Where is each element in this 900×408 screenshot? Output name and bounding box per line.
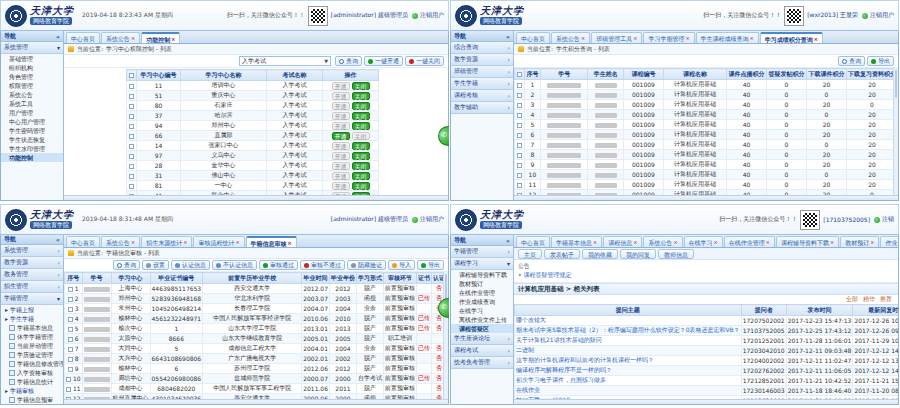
- vertical-scrollbar[interactable]: [893, 68, 898, 195]
- toolbar-button-导入[interactable]: 导入: [388, 260, 415, 270]
- sidebar-item-离线作业文件上传[interactable]: 离线作业文件上传: [451, 315, 513, 324]
- row-checkbox[interactable]: [129, 164, 134, 169]
- announcement-link[interactable]: • 课程答疑管理规定: [518, 271, 894, 280]
- tab-中心首页[interactable]: 中心首页: [516, 236, 550, 247]
- sidebar-item-学籍基本信息[interactable]: 学籍基本信息: [1, 323, 63, 332]
- cell-link[interactable]: 这学期的计算机课程和以前考的计算机课程一样吗？: [516, 356, 654, 363]
- row-checkbox[interactable]: [517, 93, 522, 98]
- tab-招生来源统计[interactable]: 招生来源统计×: [141, 236, 192, 247]
- sidebar-section-系统管理[interactable]: 系统管理▾: [1, 42, 63, 54]
- sidebar-section-学籍管理[interactable]: 学籍管理›: [451, 246, 513, 258]
- row-checkbox[interactable]: [517, 143, 522, 148]
- toolbar-button-审核通过[interactable]: 审核通过: [259, 260, 298, 270]
- sidebar-item-学籍信息预审[interactable]: 学籍信息预审: [1, 395, 63, 404]
- tab-中心首页[interactable]: 中心首页: [66, 32, 100, 43]
- tab-close-icon[interactable]: ×: [593, 239, 597, 245]
- row-checkbox[interactable]: [517, 133, 522, 138]
- sidebar-title[interactable]: 导航«: [1, 235, 63, 245]
- sidebar-item-学籍信息统计[interactable]: 学籍信息统计: [1, 377, 63, 386]
- open-button[interactable]: 开通: [332, 112, 350, 120]
- row-checkbox[interactable]: [129, 104, 134, 109]
- sidebar-item-基础管理[interactable]: 基础管理: [1, 54, 63, 63]
- row-checkbox[interactable]: [517, 103, 522, 108]
- toolbar-button-认证信息[interactable]: 认证信息: [171, 260, 210, 270]
- tab-close-icon[interactable]: ×: [131, 35, 135, 41]
- open-button[interactable]: 开通: [332, 142, 350, 150]
- close-button[interactable]: 关闭: [352, 102, 370, 110]
- sidebar-item-学籍审核[interactable]: ▸ 学籍审核: [1, 386, 63, 395]
- tab-中心首页[interactable]: 中心首页: [66, 236, 100, 247]
- row-checkbox[interactable]: [129, 114, 134, 119]
- sidebar-item-权限管理[interactable]: 权限管理: [1, 81, 63, 90]
- row-checkbox[interactable]: [517, 113, 522, 118]
- sidebar-item-学历验证管理[interactable]: 学历验证管理: [1, 350, 63, 359]
- sidebar-item-学生状态恢复[interactable]: 学生状态恢复: [1, 135, 63, 144]
- forum-subnav-教师信息[interactable]: 教师信息: [658, 249, 694, 259]
- row-checkbox[interactable]: [129, 84, 134, 89]
- open-button[interactable]: 开通: [332, 132, 350, 140]
- tab-系统公告[interactable]: 系统公告×: [551, 32, 590, 43]
- tab-close-icon[interactable]: ×: [870, 239, 874, 245]
- cell-link[interactable]: 期末考试中第5章技术基础（2）：程序编写题用什么软件设定？0表格还是宏和VB？: [516, 326, 740, 333]
- sidebar-item-课程辅导资料下载[interactable]: 课程辅导资料下载: [451, 270, 513, 279]
- sidebar-section-教学资源[interactable]: 教学资源›: [451, 54, 513, 66]
- forum-subnav-发表帖子[interactable]: 发表帖子: [544, 249, 580, 259]
- sidebar-title[interactable]: 导航«: [1, 31, 63, 42]
- forum-subnav-主页[interactable]: 主页: [518, 249, 542, 259]
- tab-学生课程成绩查询[interactable]: 学生课程成绩查询×: [696, 32, 759, 43]
- tab-审核流程统计[interactable]: 审核流程统计×: [193, 236, 244, 247]
- tab-close-icon[interactable]: ×: [814, 36, 818, 42]
- exam-select[interactable]: 入学考试▼: [239, 56, 331, 66]
- sidebar-item-在线作业管理[interactable]: 在线作业管理: [451, 288, 513, 297]
- open-button[interactable]: 开通: [332, 162, 350, 170]
- close-button[interactable]: 关闭: [352, 152, 370, 160]
- open-button[interactable]: 开通: [332, 182, 350, 190]
- row-checkbox[interactable]: [129, 194, 134, 195]
- vertical-scrollbar[interactable]: [443, 272, 448, 399]
- tab-close-icon[interactable]: ×: [235, 239, 239, 245]
- collapse-icon[interactable]: «: [56, 33, 60, 40]
- tab-课程信息[interactable]: 课程信息×: [603, 236, 642, 247]
- row-checkbox[interactable]: [129, 144, 134, 149]
- tab-作业成绩查询[interactable]: 作业成绩查询×: [880, 236, 898, 247]
- close-button[interactable]: 关闭: [352, 192, 370, 196]
- sidebar-section-班级管理[interactable]: 班级管理›: [451, 66, 513, 78]
- row-checkbox[interactable]: [129, 94, 134, 99]
- tab-close-icon[interactable]: ×: [288, 240, 292, 246]
- sidebar-section-课程学习[interactable]: 课程学习▾: [451, 258, 513, 270]
- logout-button[interactable]: 注销: [874, 215, 894, 224]
- select-all-checkbox[interactable]: [129, 73, 134, 78]
- sidebar-section-学生座谈论坛[interactable]: 学生座谈论坛›: [451, 333, 513, 345]
- filter-link-精华[interactable]: 精华: [863, 295, 875, 304]
- toolbar-button-导出[interactable]: 导出: [867, 56, 894, 66]
- sidebar-item-中心用户管理[interactable]: 中心用户管理: [1, 117, 63, 126]
- tab-close-icon[interactable]: ×: [685, 35, 689, 41]
- tab-系统公告[interactable]: 系统公告×: [643, 236, 682, 247]
- sidebar-item-角色管理[interactable]: 角色管理: [1, 72, 63, 81]
- row-checkbox[interactable]: [129, 124, 134, 129]
- row-checkbox[interactable]: [129, 134, 134, 139]
- forum-subnav-我的收藏[interactable]: 我的收藏: [582, 249, 618, 259]
- filter-link-全部[interactable]: 全部: [846, 295, 858, 304]
- tab-课程辅导资料下载[interactable]: 课程辅导资料下载×: [776, 236, 839, 247]
- row-checkbox[interactable]: [517, 123, 522, 128]
- row-checkbox[interactable]: [129, 154, 134, 159]
- tab-close-icon[interactable]: ×: [830, 239, 834, 245]
- toolbar-button-导出[interactable]: 导出: [417, 260, 444, 270]
- tab-close-icon[interactable]: ×: [171, 36, 175, 42]
- sidebar-item-学籍上报[interactable]: ▸ 学籍上报: [1, 305, 63, 314]
- sidebar-item-系统工具[interactable]: 系统工具: [1, 99, 63, 108]
- toolbar-button-不认证信息[interactable]: 不认证信息: [212, 260, 257, 270]
- sidebar-section-学生学籍[interactable]: 学生学籍›: [451, 78, 513, 90]
- row-checkbox[interactable]: [517, 83, 522, 88]
- tab-班级管理工具[interactable]: 班级管理工具×: [591, 32, 642, 43]
- sidebar-item-学生水印管理[interactable]: 学生水印管理: [1, 144, 63, 153]
- cell-link[interactable]: 如何下载word2010..: [516, 396, 574, 399]
- open-button[interactable]: 开通: [332, 82, 350, 90]
- collapse-icon[interactable]: «: [56, 236, 60, 243]
- tab-系统公告[interactable]: 系统公告×: [101, 236, 140, 247]
- open-button[interactable]: 开通: [332, 92, 350, 100]
- close-button[interactable]: 关闭: [352, 112, 370, 120]
- sidebar-section-综合查询[interactable]: 综合查询›: [451, 42, 513, 54]
- open-button[interactable]: 开通: [332, 172, 350, 180]
